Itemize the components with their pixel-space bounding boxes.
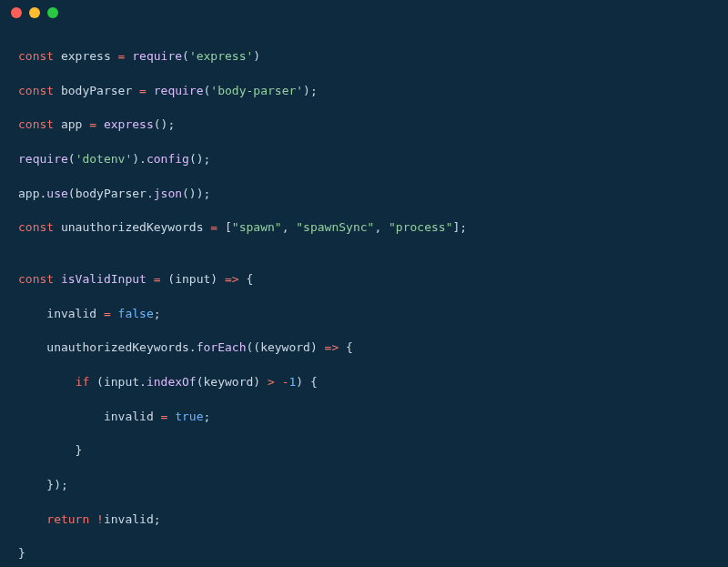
code-line: require('dotenv').config(); — [18, 151, 710, 168]
code-line: invalid = true; — [18, 409, 710, 426]
code-line: unauthorizedKeywords.forEach((keyword) =… — [18, 339, 710, 357]
close-icon[interactable] — [11, 7, 22, 18]
code-line: const express = require('express') — [18, 48, 710, 66]
code-line: if (input.indexOf(keyword) > -1) { — [18, 374, 710, 391]
maximize-icon[interactable] — [47, 7, 58, 18]
minimize-icon[interactable] — [29, 7, 40, 18]
code-line: return !invalid; — [18, 511, 710, 529]
code-editor[interactable]: const express = require('express') const… — [0, 25, 728, 567]
code-line: }); — [18, 477, 710, 494]
code-line: } — [18, 545, 710, 562]
code-line: app.use(bodyParser.json()); — [18, 186, 710, 203]
code-line: const isValidInput = (input) => { — [18, 271, 710, 289]
titlebar — [0, 0, 728, 25]
code-line: const app = express(); — [18, 116, 710, 134]
code-line: const bodyParser = require('body-parser'… — [18, 83, 710, 100]
code-line: invalid = false; — [18, 306, 710, 323]
code-line: } — [18, 442, 710, 460]
code-line: const unauthorizedKeywords = ["spawn", "… — [18, 219, 710, 237]
editor-window: const express = require('express') const… — [0, 0, 728, 567]
